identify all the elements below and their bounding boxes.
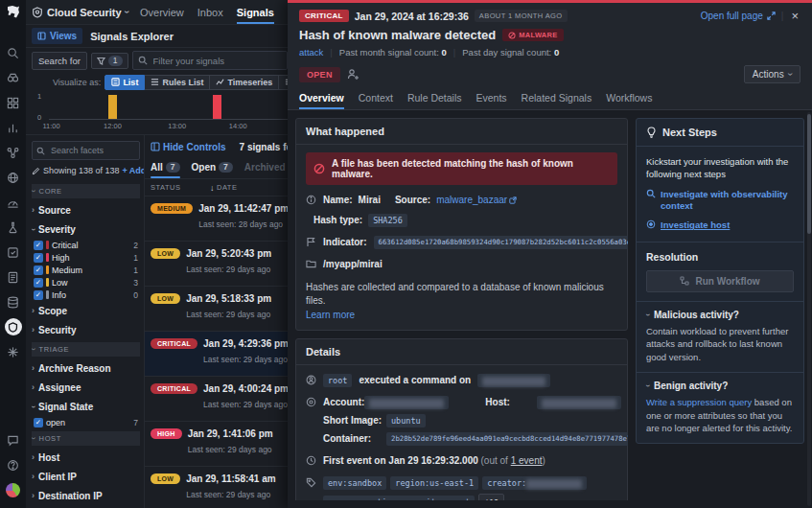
attack-tag-link[interactable]: attack (299, 47, 323, 58)
nav-tab-overview[interactable]: Overview (140, 0, 184, 24)
detail-tab-context[interactable]: Context (359, 92, 393, 109)
signal-tag[interactable]: env:sandbox (323, 476, 386, 490)
database-icon[interactable] (0, 289, 26, 314)
viz-chip-timeseries[interactable]: Timeseries (210, 75, 279, 90)
checkbox-checked-icon[interactable]: ✓ (34, 253, 43, 263)
checkbox-checked-icon[interactable]: ✓ (34, 266, 43, 275)
product-switcher[interactable]: Cloud Security › (32, 7, 128, 18)
nav-tab-signals[interactable]: Signals (237, 0, 274, 24)
filter-count-chip[interactable]: 1 (91, 53, 128, 69)
event-count-link[interactable]: 1 event (511, 455, 543, 466)
nav-tab-inbox[interactable]: Inbox (197, 0, 223, 24)
hash-type-tag[interactable]: SHA256 (368, 214, 407, 227)
watchdog-icon[interactable] (0, 65, 26, 90)
list-tab-open[interactable]: Open7 (192, 158, 233, 178)
integrations-icon[interactable] (0, 240, 26, 265)
actions-button[interactable]: Actions › (744, 65, 800, 83)
facet-client-ip[interactable]: ›Client IP (32, 467, 140, 486)
signal-tag-creator[interactable]: creator: (482, 476, 587, 490)
ci-icon[interactable] (0, 215, 26, 240)
facet-option-open[interactable]: ✓open7 (32, 416, 140, 428)
next-step-link[interactable]: Investigate with observability context (646, 189, 794, 213)
facet-group-core[interactable]: ›CORE (32, 184, 140, 198)
metrics-icon[interactable] (0, 115, 26, 140)
next-step-link[interactable]: Investigate host (646, 219, 794, 231)
signal-row[interactable]: CRITICALJan 29, 4:00:24 pmLast seen: 29 … (145, 376, 288, 421)
views-button[interactable]: Views (32, 28, 82, 44)
facet-host[interactable]: ›Host (32, 448, 140, 467)
signal-search-input[interactable] (151, 55, 282, 67)
facet-group-host[interactable]: ›HOST (32, 431, 140, 446)
viz-chip-list[interactable]: List (104, 75, 145, 90)
malware-source-link[interactable]: malware_bazaar (436, 194, 517, 207)
facet-option-low[interactable]: ✓Low3 (32, 276, 140, 289)
facet-severity[interactable]: ›Severity (32, 219, 140, 239)
detail-tab-workflows[interactable]: Workflows (606, 92, 652, 109)
facet-search-input[interactable] (49, 145, 135, 156)
open-full-page-button[interactable]: Open full page (701, 11, 776, 21)
apm-icon[interactable] (0, 165, 26, 190)
logs-icon[interactable] (0, 265, 26, 289)
facet-security[interactable]: ›Security (32, 320, 140, 339)
list-tab-all[interactable]: All7 (151, 158, 180, 178)
indicator-hash-tag[interactable]: 663612d085e1720a68b9859324d90c179087b282… (374, 236, 628, 249)
detail-tab-events[interactable]: Events (476, 92, 507, 109)
section-toggle[interactable]: ›Malicious activity? (646, 310, 794, 320)
signal-tag[interactable]: source:runtime-security-agent (323, 496, 475, 500)
facet-group-triage[interactable]: ›TRIAGE (32, 342, 140, 357)
panel-scrollbar[interactable] (807, 112, 811, 506)
section-toggle[interactable]: ›Benign activity? (646, 381, 794, 391)
signal-state-badge[interactable]: OPEN (299, 67, 340, 82)
scrollbar-thumb[interactable] (807, 114, 811, 234)
signal-tag[interactable]: region:us-east-1 (390, 476, 478, 490)
detail-tab-overview[interactable]: Overview (299, 92, 344, 109)
facet-option-medium[interactable]: ✓Medium1 (32, 264, 140, 276)
assign-user-icon[interactable] (347, 68, 360, 81)
monitors-icon[interactable] (0, 190, 26, 215)
signal-row[interactable]: LOWJan 29, 11:58:41 amLast seen: 29 days… (145, 466, 288, 508)
search-icon[interactable] (0, 40, 26, 65)
checkbox-checked-icon[interactable]: ✓ (34, 418, 43, 427)
close-panel-icon[interactable]: × (789, 9, 800, 23)
facet-option-high[interactable]: ✓High1 (32, 251, 140, 264)
hide-controls-button[interactable]: Hide Controls (151, 142, 226, 152)
detail-tab-related-signals[interactable]: Related Signals (522, 92, 592, 109)
facet-destination-ip[interactable]: ›Destination IP (32, 486, 140, 505)
facet-option-critical[interactable]: ✓Critical2 (32, 239, 140, 251)
suppression-query-link[interactable]: Write a suppression query (646, 397, 752, 407)
signal-row[interactable]: CRITICALJan 29, 4:29:36 pmLast seen: 29 … (145, 331, 288, 376)
checkbox-checked-icon[interactable]: ✓ (34, 241, 43, 250)
help-icon[interactable] (0, 452, 26, 477)
container-id-tag[interactable]: 2b28b52de789fe96eed4aa091ea9cecbd8cced14… (386, 432, 628, 446)
dashboards-icon[interactable] (0, 90, 26, 115)
detail-tab-rule-details[interactable]: Rule Details (407, 92, 462, 109)
viz-chip-top-list[interactable]: Top List (279, 75, 288, 90)
signal-row[interactable]: LOWJan 29, 5:18:33 pmLast seen: 29 days … (145, 286, 288, 331)
facet-option-info[interactable]: ✓Info0 (32, 289, 140, 301)
facet-scope[interactable]: ›Scope (32, 301, 140, 320)
run-workflow-button[interactable]: Run Workflow (646, 270, 794, 292)
list-tab-archived[interactable]: Archived (244, 158, 286, 178)
short-image-tag[interactable]: ubuntu (386, 414, 426, 427)
network-icon[interactable] (0, 140, 26, 165)
security-icon[interactable] (0, 314, 26, 339)
chart-bar-critical[interactable] (213, 95, 221, 119)
facet-archive-reason[interactable]: ›Archive Reason (32, 358, 140, 378)
column-date[interactable]: ↓DATE (210, 183, 237, 193)
learn-more-link[interactable]: Learn more (306, 310, 355, 320)
chart-bar-low[interactable] (108, 95, 117, 119)
signal-row[interactable]: MEDIUMJan 29, 11:42:47 pmLast seen: 28 d… (145, 196, 288, 241)
signals-timeline-chart[interactable]: 1011:0012:0013:0014:0015:00 (32, 92, 288, 132)
datadog-logo-icon[interactable] (6, 5, 21, 19)
facet-signal-state[interactable]: ›Signal State (32, 397, 140, 416)
checkbox-checked-icon[interactable]: ✓ (34, 290, 43, 300)
signal-row[interactable]: LOWJan 29, 5:20:43 pmLast seen: 29 days … (145, 241, 288, 286)
settings-icon[interactable] (0, 339, 26, 364)
org-avatar-icon[interactable] (0, 477, 26, 502)
signal-row[interactable]: HIGHJan 29, 1:41:06 pmLast seen: 29 days… (145, 421, 288, 466)
actor-user-tag[interactable]: root (323, 374, 352, 387)
checkbox-checked-icon[interactable]: ✓ (34, 278, 43, 288)
pencil-icon[interactable] (32, 167, 40, 175)
viz-chip-rules-list[interactable]: Rules List (145, 75, 210, 90)
facet-assignee[interactable]: ›Assignee (32, 378, 140, 397)
